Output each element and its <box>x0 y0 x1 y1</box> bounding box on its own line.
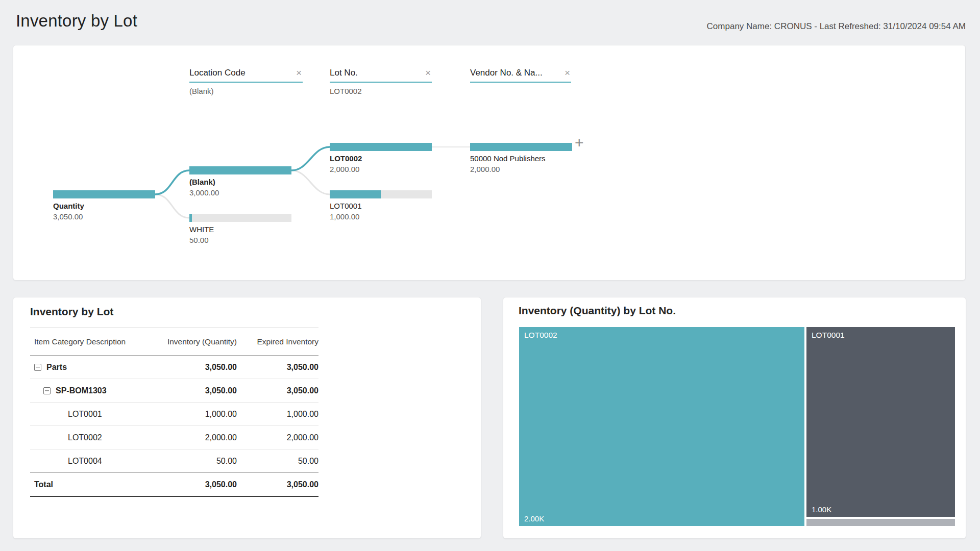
tree-node-value: 2,000.00 <box>330 165 432 173</box>
row-label: LOT0001 <box>68 410 102 419</box>
column-header-inventory-quantity[interactable]: Inventory (Quantity) <box>155 337 237 346</box>
close-icon[interactable]: × <box>295 69 303 77</box>
tree-node-blank: (Blank) 3,000.00 <box>189 166 291 197</box>
total-expired-cell: 3,050.00 <box>237 480 318 489</box>
treemap-area: LOT0002 2.00K LOT0001 1.00K <box>519 327 955 526</box>
page-title: Inventory by Lot <box>16 11 137 31</box>
total-label: Total <box>34 480 53 489</box>
tile-label: LOT0002 <box>524 331 557 340</box>
tree-node-white: WHITE 50.00 <box>189 214 291 244</box>
decomposition-tree-card: Location Code × (Blank) Lot No. × LOT000… <box>13 45 966 281</box>
tree-node-quantity-bar[interactable] <box>53 190 155 198</box>
column-header-item-category[interactable]: Item Category Description <box>30 337 155 346</box>
column-header-expired-inventory[interactable]: Expired Inventory <box>237 337 318 346</box>
tree-node-lot0001: LOT0001 1,000.00 <box>330 190 432 221</box>
filter-vendor-header[interactable]: Vendor No. & Na... × <box>470 68 571 83</box>
close-icon[interactable]: × <box>564 69 571 77</box>
tree-node-lot0002-bar[interactable] <box>330 143 432 151</box>
tree-node-value: 3,000.00 <box>189 188 291 197</box>
expired-inventory-cell: 3,050.00 <box>237 386 318 395</box>
row-label: Parts <box>46 363 67 372</box>
treemap-tile-lot0002[interactable]: LOT0002 2.00K <box>519 327 804 526</box>
tree-node-label: Quantity <box>53 202 155 210</box>
company-refresh-meta: Company Name: CRONUS - Last Refreshed: 3… <box>707 21 966 32</box>
tree-node-value: 1,000.00 <box>330 212 432 221</box>
collapse-icon[interactable] <box>34 364 41 371</box>
tree-node-label: WHITE <box>189 225 291 234</box>
filter-lot-no-header[interactable]: Lot No. × <box>330 68 432 83</box>
table-row-sp-bom1303[interactable]: SP-BOM1303 3,050.00 3,050.00 <box>30 379 318 403</box>
treemap-tile-lot0004[interactable] <box>806 519 955 526</box>
tree-node-value: 3,050.00 <box>53 212 155 221</box>
expired-inventory-cell: 2,000.00 <box>237 433 318 442</box>
tree-node-value: 2,000.00 <box>470 165 572 173</box>
inventory-quantity-cell: 1,000.00 <box>155 410 237 419</box>
tree-node-lot0001-bar[interactable] <box>330 190 432 198</box>
table-row-lot0002[interactable]: LOT0002 2,000.00 2,000.00 <box>30 426 318 449</box>
tree-node-blank-bar[interactable] <box>189 166 291 174</box>
tree-node-label: 50000 Nod Publishers <box>470 154 572 163</box>
filter-lot-no[interactable]: Lot No. × LOT0002 <box>330 68 432 95</box>
inventory-quantity-cell: 3,050.00 <box>155 363 237 372</box>
tile-value: 1.00K <box>812 505 831 514</box>
tree-node-label: LOT0002 <box>330 154 432 163</box>
tile-label: LOT0001 <box>812 331 845 340</box>
collapse-icon[interactable] <box>43 387 51 394</box>
table-row-lot0001[interactable]: LOT0001 1,000.00 1,000.00 <box>30 403 318 426</box>
expired-inventory-cell: 3,050.00 <box>237 363 318 372</box>
row-label: LOT0002 <box>68 433 102 442</box>
inventory-table-card: Inventory by Lot Item Category Descripti… <box>13 297 481 539</box>
table-total-row: Total 3,050.00 3,050.00 <box>30 473 318 497</box>
expired-inventory-cell: 50.00 <box>237 457 318 466</box>
table-header-row: Item Category Description Inventory (Qua… <box>30 328 318 356</box>
tree-node-white-bar[interactable] <box>189 214 291 222</box>
filter-location-code[interactable]: Location Code × (Blank) <box>189 68 303 95</box>
expand-plus-icon[interactable]: + <box>575 135 584 151</box>
filter-vendor-label: Vendor No. & Na... <box>470 68 543 78</box>
tree-node-vendor-bar[interactable] <box>470 143 572 151</box>
tree-node-value: 50.00 <box>189 236 291 244</box>
treemap-tile-lot0001[interactable]: LOT0001 1.00K <box>806 327 955 517</box>
filter-location-code-header[interactable]: Location Code × <box>189 68 303 83</box>
tree-node-vendor: 50000 Nod Publishers 2,000.00 <box>470 143 572 173</box>
inventory-quantity-cell: 50.00 <box>155 457 237 466</box>
row-label: SP-BOM1303 <box>56 386 107 395</box>
inventory-quantity-cell: 3,050.00 <box>155 386 237 395</box>
filter-lot-no-value: LOT0002 <box>330 87 432 95</box>
table-title: Inventory by Lot <box>30 306 318 318</box>
tree-node-label: LOT0001 <box>330 202 432 210</box>
inventory-matrix: Inventory by Lot Item Category Descripti… <box>30 306 318 497</box>
row-label: LOT0004 <box>68 457 102 466</box>
inventory-quantity-cell: 2,000.00 <box>155 433 237 442</box>
treemap-title: Inventory (Quantity) by Lot No. <box>519 305 676 317</box>
table-row-lot0004[interactable]: LOT0004 50.00 50.00 <box>30 449 318 473</box>
filter-lot-no-label: Lot No. <box>330 68 358 78</box>
tile-value: 2.00K <box>524 514 544 523</box>
table-row-parts[interactable]: Parts 3,050.00 3,050.00 <box>30 356 318 379</box>
filter-location-code-label: Location Code <box>189 68 246 78</box>
expired-inventory-cell: 1,000.00 <box>237 410 318 419</box>
close-icon[interactable]: × <box>424 69 432 77</box>
filter-vendor-value <box>470 87 571 95</box>
total-quantity-cell: 3,050.00 <box>155 480 237 489</box>
treemap-card: Inventory (Quantity) by Lot No. LOT0002 … <box>503 297 966 539</box>
tree-node-lot0002: LOT0002 2,000.00 <box>330 143 432 173</box>
filter-location-code-value: (Blank) <box>189 87 303 95</box>
filter-vendor[interactable]: Vendor No. & Na... × <box>470 68 571 95</box>
tree-node-quantity: Quantity 3,050.00 <box>53 190 155 221</box>
tree-node-label: (Blank) <box>189 178 291 186</box>
